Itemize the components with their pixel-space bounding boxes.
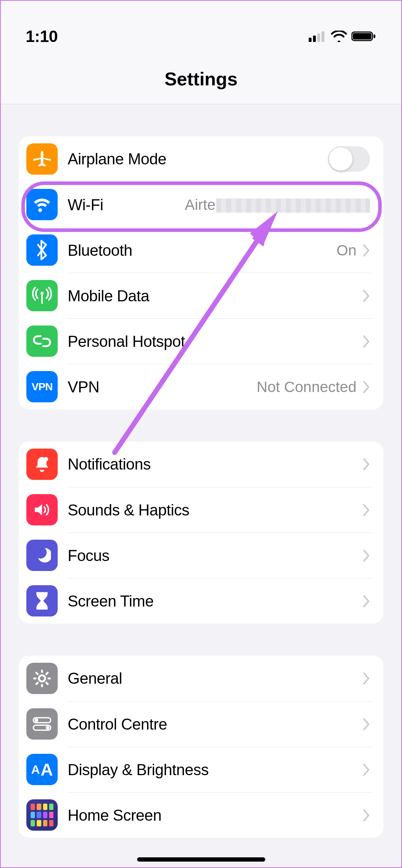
svg-point-8 xyxy=(44,457,48,462)
svg-line-14 xyxy=(36,672,38,675)
page-title: Settings xyxy=(1,68,401,90)
svg-line-15 xyxy=(46,682,48,685)
settings-group-general: General Control Centre AA Display & Brig… xyxy=(19,656,383,838)
chevron-right-icon xyxy=(363,504,370,516)
settings-header: Settings xyxy=(1,54,401,104)
row-airplane-mode[interactable]: Airplane Mode xyxy=(19,136,383,182)
svg-line-16 xyxy=(46,672,48,675)
antenna-icon xyxy=(26,280,58,311)
row-label: Airplane Mode xyxy=(68,150,166,168)
vpn-icon: VPN xyxy=(26,371,58,402)
svg-rect-6 xyxy=(374,35,375,38)
row-label: Notifications xyxy=(68,455,151,473)
chevron-right-icon xyxy=(363,595,370,607)
switches-icon xyxy=(26,708,58,740)
gear-icon xyxy=(26,663,58,694)
redacted-text xyxy=(216,199,370,213)
row-sounds-haptics[interactable]: Sounds & Haptics xyxy=(19,487,383,533)
wifi-status-icon xyxy=(331,31,347,42)
svg-rect-0 xyxy=(309,38,312,42)
row-mobile-data[interactable]: Mobile Data xyxy=(19,273,383,318)
chevron-right-icon xyxy=(363,244,370,256)
row-screen-time[interactable]: Screen Time xyxy=(19,578,383,624)
chevron-right-icon xyxy=(363,381,370,393)
svg-point-9 xyxy=(39,675,45,682)
status-time: 1:10 xyxy=(26,27,58,46)
row-label: Home Screen xyxy=(68,806,162,824)
row-notifications[interactable]: Notifications xyxy=(19,441,383,487)
cellular-signal-icon xyxy=(309,31,327,42)
row-label: General xyxy=(68,669,122,687)
row-label: Focus xyxy=(68,547,109,565)
airplane-icon xyxy=(26,143,58,175)
chevron-right-icon xyxy=(363,672,370,684)
chevron-right-icon xyxy=(363,458,370,470)
hourglass-icon xyxy=(26,585,58,616)
bluetooth-icon xyxy=(26,234,58,266)
row-vpn[interactable]: VPN VPN Not Connected xyxy=(19,364,383,409)
settings-content: Airplane Mode Wi-Fi Airte xyxy=(1,104,401,838)
row-label: VPN xyxy=(68,378,99,396)
settings-group-alerts: Notifications Sounds & Haptics Focus xyxy=(19,441,383,624)
row-wifi[interactable]: Wi-Fi Airte xyxy=(19,182,383,227)
svg-point-19 xyxy=(35,718,38,722)
chevron-right-icon xyxy=(363,290,370,302)
row-detail: Not Connected xyxy=(257,379,356,396)
svg-rect-3 xyxy=(322,31,324,42)
row-label: Sounds & Haptics xyxy=(68,501,189,519)
airplane-toggle[interactable] xyxy=(328,146,370,172)
text-size-icon: AA xyxy=(26,754,58,785)
bell-icon xyxy=(26,449,58,480)
row-detail: On xyxy=(336,242,356,259)
chevron-right-icon xyxy=(363,764,370,776)
row-label: Mobile Data xyxy=(68,287,149,305)
vpn-icon-text: VPN xyxy=(32,381,53,393)
moon-icon xyxy=(26,540,58,571)
status-icons xyxy=(309,31,376,42)
battery-icon xyxy=(351,31,376,42)
speaker-icon xyxy=(26,494,58,525)
chevron-right-icon xyxy=(363,335,370,348)
row-home-screen[interactable]: Home Screen xyxy=(19,792,383,838)
row-label: Control Centre xyxy=(68,715,167,733)
wifi-network-name: Airte xyxy=(185,196,370,213)
svg-point-7 xyxy=(41,292,44,295)
row-label: Screen Time xyxy=(68,592,153,610)
home-indicator xyxy=(137,857,265,862)
row-label: Bluetooth xyxy=(68,242,132,259)
row-personal-hotspot[interactable]: Personal Hotspot xyxy=(19,318,383,364)
row-label: Personal Hotspot xyxy=(68,333,185,350)
row-bluetooth[interactable]: Bluetooth On xyxy=(19,227,383,273)
row-label: Display & Brightness xyxy=(68,761,209,779)
status-bar: 1:10 xyxy=(1,1,401,54)
row-control-centre[interactable]: Control Centre xyxy=(19,701,383,747)
row-display-brightness[interactable]: AA Display & Brightness xyxy=(19,747,383,792)
row-general[interactable]: General xyxy=(19,656,383,701)
chevron-right-icon xyxy=(363,809,370,821)
chevron-right-icon xyxy=(363,550,370,562)
chevron-right-icon xyxy=(363,718,370,730)
svg-rect-2 xyxy=(317,33,320,42)
settings-group-connectivity: Airplane Mode Wi-Fi Airte xyxy=(19,136,383,409)
row-label: Wi-Fi xyxy=(68,196,103,214)
svg-rect-1 xyxy=(313,36,316,42)
row-focus[interactable]: Focus xyxy=(19,533,383,578)
wifi-icon xyxy=(26,189,58,220)
svg-point-21 xyxy=(46,726,50,730)
link-icon xyxy=(26,326,58,357)
svg-rect-5 xyxy=(353,33,371,39)
apps-grid-icon xyxy=(26,799,58,831)
svg-line-17 xyxy=(36,682,38,685)
